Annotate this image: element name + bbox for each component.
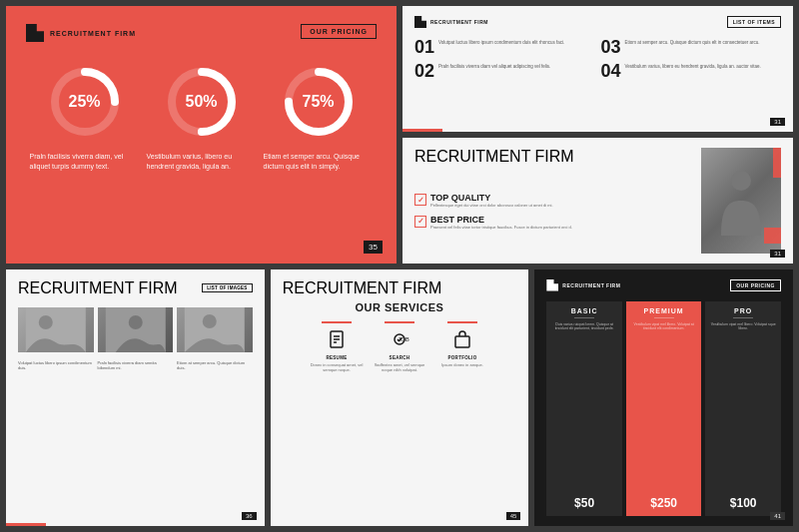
br-plan-price-3: $100	[730, 496, 757, 510]
bl-caption-strip: Volutpat luctus libero ipsum condimentum…	[18, 360, 253, 371]
bm-page-num: 45	[506, 512, 521, 520]
mr-quality-text-1: TOP QUALITY Pellentesque eget dui vitae …	[430, 193, 553, 209]
br-plan-line-2	[654, 317, 674, 318]
chart-item-3: 75% Etiam et semper arcu. Quisque dictum…	[264, 62, 374, 172]
bl-page-num: 36	[242, 512, 257, 520]
br-pricing-cols: BASIC Duis varius rutopat lorem. Quisque…	[546, 301, 781, 517]
svg-point-12	[203, 314, 217, 328]
chart-desc-1: Praln facilisis viverra diam, vel alique…	[30, 152, 140, 172]
tr-num-item-1: 01 Volutpat luctus libero ipsum condimen…	[414, 38, 595, 56]
mr-red-rect-1	[773, 148, 781, 178]
mr-logo-text: RECRUITMENT FIRM	[414, 148, 574, 166]
br-plan-name-1: BASIC	[571, 307, 598, 314]
bm-service-2: JOB SEARCH Sadfentec amet, vel semque no…	[372, 321, 426, 372]
tr-num-item-2: 02 Praln facilisis viverra diam vel aliq…	[414, 62, 595, 80]
bl-caption-2: Praln facilisis viverra diam semita bibe…	[98, 360, 174, 371]
bm-logo-text: RECRUITMENT FIRM	[283, 279, 442, 297]
br-plan-basic: BASIC Duis varius rutopat lorem. Quisque…	[546, 301, 622, 517]
svg-text:JOB: JOB	[398, 336, 409, 342]
mr-check-1: ✓	[414, 194, 426, 206]
bl-logo-text: RECRUITMENT FIRM	[18, 279, 178, 297]
br-logo-text: RECRUITMENT FIRM	[562, 282, 620, 288]
tr-text-1: Volutpat luctus libero ipsum condimentum…	[438, 40, 564, 56]
bl-img-svg-1	[18, 307, 94, 352]
bm-service-line-2	[385, 321, 414, 323]
bl-thumb-3	[177, 307, 253, 352]
charts-row: 25% Praln facilisis viverra diam, vel al…	[26, 62, 377, 172]
bm-service-icon-2: JOB	[388, 327, 411, 351]
chart-item-1: 25% Praln facilisis viverra diam, vel al…	[30, 62, 140, 172]
svg-point-8	[39, 315, 53, 329]
mr-checkmark-2: ✓	[417, 217, 424, 226]
br-plan-desc-3: Vestibulum vipat mel libero. Volutpat sq…	[710, 322, 776, 332]
br-plan-desc-1: Duis varius rutopat lorem. Quisque at ti…	[551, 322, 617, 332]
logo-text: RECRUITMENT FIRM	[50, 30, 136, 37]
tr-num-4: 04	[601, 62, 621, 80]
slide-tr: RECRUITMENT FIRM LIST OF ITEMS 01 Volutp…	[402, 6, 793, 132]
br-plan-premium: PREMIUM Vestibulum vipat mel libero. Vol…	[626, 301, 702, 517]
br-logo-icon	[546, 279, 558, 291]
mr-quality-text-2: BEST PRICE Praesent vel felis vitae tort…	[430, 215, 572, 231]
bm-service-label-2: SEARCH	[390, 355, 410, 360]
bm-service-desc-3: Ipsum donec in amque.	[441, 362, 483, 367]
br-plan-line-1	[574, 317, 594, 318]
br-plan-line-3	[733, 317, 753, 318]
tr-logo-icon	[414, 16, 426, 28]
chart-desc-3: Etiam et semper arcu. Quisque dictum qui…	[264, 152, 374, 172]
tr-num-item-3: 03 Etiom at semper arcu. Quisque dictum …	[601, 38, 782, 56]
bl-accent-line	[6, 523, 46, 526]
bm-service-line-1	[322, 321, 352, 323]
tr-num-1: 01	[414, 38, 434, 56]
tr-num-item-4: 04 Vestibulum varius, libero eu hendrent…	[601, 62, 782, 80]
bm-service-icon-3	[450, 327, 474, 351]
slide-bm: RECRUITMENT FIRM OUR SERVICES RESUME Don…	[271, 269, 529, 527]
donut-label-2: 50%	[185, 93, 217, 111]
tr-numbered-list: 01 Volutpat luctus libero ipsum condimen…	[414, 38, 781, 80]
bl-caption-3: Etiom at semper arcu. Quisque dictum dui…	[177, 360, 253, 371]
donut-25: 25%	[45, 62, 125, 142]
svg-rect-19	[455, 336, 469, 347]
mr-logo-area: RECRUITMENT FIRM	[414, 148, 574, 166]
bl-img-svg-2	[98, 307, 174, 352]
slide-bl: RECRUITMENT FIRM LIST OF IMAGES	[6, 269, 265, 527]
bm-service-line-3	[447, 321, 477, 323]
mr-desc-1: Pellentesque eget dui vitae orci dolor a…	[430, 203, 553, 209]
bl-logo-area: RECRUITMENT FIRM LIST OF IMAGES	[18, 279, 253, 297]
br-plan-price-1: $50	[574, 496, 594, 510]
mr-title-2: BEST PRICE	[430, 215, 572, 225]
br-page-num: 41	[770, 512, 785, 520]
bl-caption-1: Volutpat luctus libero ipsum condimentum…	[18, 360, 94, 371]
tr-text-4: Vestibulum varius, libero eu hendrent gr…	[625, 64, 761, 80]
mr-quality-2: ✓ BEST PRICE Praesent vel felis vitae to…	[414, 215, 693, 231]
chart-desc-2: Vestibulum varius, libero eu hendrent gr…	[147, 152, 257, 172]
slide-mr: RECRUITMENT FIRM ✓ TOP QUALITY Pellentes…	[402, 138, 793, 264]
pricing-badge: OUR PRICING	[301, 24, 377, 39]
bm-service-label-3: PORTFOLIO	[448, 355, 477, 360]
svg-point-10	[128, 315, 142, 329]
bl-image-strip	[18, 307, 253, 352]
donut-75: 75%	[279, 62, 359, 142]
mr-desc-2: Praesent vel felis vitae tortor tristiqu…	[430, 225, 572, 231]
donut-label-1: 25%	[68, 93, 100, 111]
chart-item-2: 50% Vestibulum varius, libero eu hendren…	[147, 62, 257, 172]
bl-list-badge: LIST OF IMAGES	[202, 283, 252, 292]
br-plan-desc-2: Vestibulum vipat mel libero. Volutpat at…	[631, 322, 697, 332]
slide-br: RECRUITMENT FIRM OUR PRICING BASIC Duis …	[534, 269, 793, 527]
tr-num-3: 03	[601, 38, 621, 56]
tr-text-2: Praln facilisis viverra diam vel aliquet…	[438, 64, 550, 80]
bm-service-label-1: RESUME	[326, 355, 347, 360]
br-plan-price-2: $250	[650, 496, 677, 510]
bm-service-icon-1	[325, 327, 349, 351]
bm-service-1: RESUME Donec in consequat amet, vel semq…	[309, 321, 364, 372]
mr-checkmark-1: ✓	[417, 196, 424, 205]
bm-services-row: RESUME Donec in consequat amet, vel semq…	[309, 321, 489, 372]
person-silhouette	[716, 166, 766, 236]
tr-num-2: 02	[414, 62, 434, 80]
br-plan-name-2: PREMIUM	[644, 307, 684, 314]
svg-point-6	[731, 171, 751, 191]
bl-img-svg-3	[177, 307, 253, 352]
br-pricing-badge: OUR PRICING	[730, 279, 781, 291]
bm-service-3: PORTFOLIO Ipsum donec in amque.	[434, 321, 489, 372]
tr-list-badge: LIST OF ITEMS	[727, 16, 781, 28]
tr-accent-line	[402, 129, 442, 132]
